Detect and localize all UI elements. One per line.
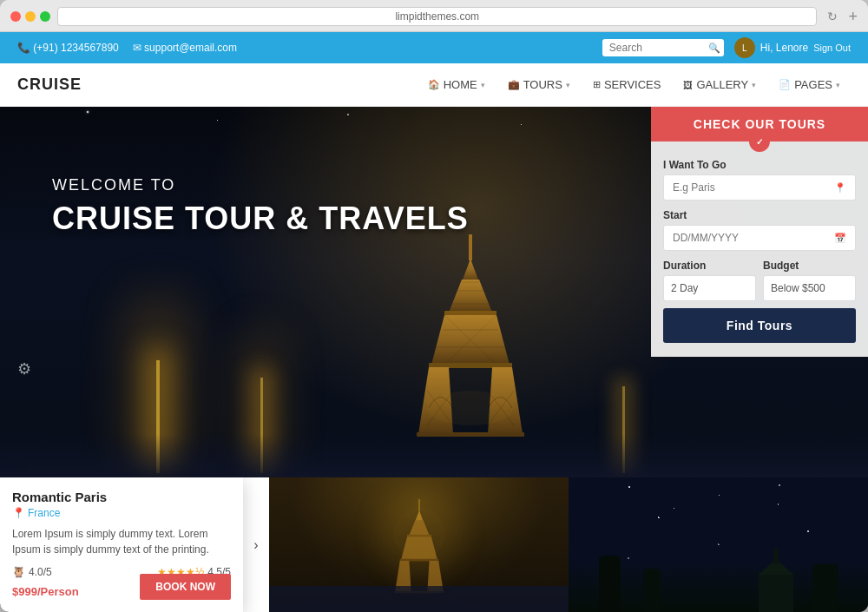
start-date-input[interactable] bbox=[673, 232, 829, 244]
top-bar: 📞 (+91) 1234567890 ✉ support@email.com 🔍… bbox=[0, 32, 868, 63]
book-now-button[interactable]: BOOK NOW bbox=[140, 574, 231, 600]
bottom-strip: Romantic Paris 📍 France Lorem Ipsum is s… bbox=[0, 477, 868, 612]
top-bar-left: 📞 (+91) 1234567890 ✉ support@email.com bbox=[17, 42, 237, 54]
hero-section: ⚙ WELCOME TO CRUISE TOUR & TRAVELS CHECK… bbox=[0, 107, 868, 612]
duration-group: Duration 2 Day 3 Day 5 Day 7 Day bbox=[663, 260, 756, 301]
grid-icon: ⊞ bbox=[593, 79, 601, 90]
chimney bbox=[773, 549, 779, 564]
check-icon: ✓ bbox=[749, 131, 770, 152]
website: 📞 (+91) 1234567890 ✉ support@email.com 🔍… bbox=[0, 32, 868, 612]
home-icon: 🏠 bbox=[428, 79, 440, 90]
image-icon: 🖼 bbox=[683, 80, 693, 90]
nav-item-pages[interactable]: 📄 PAGES ▾ bbox=[768, 65, 851, 104]
tour-panel: CHECK OUR TOURS ✓ I Want To Go 📍 St bbox=[651, 107, 868, 357]
start-input-wrapper[interactable]: 📅 bbox=[663, 225, 856, 251]
panel-body: I Want To Go 📍 Start 📅 bbox=[651, 141, 868, 357]
budget-select[interactable]: Below $500 $500-$1000 $1000-$2000 $2000+ bbox=[763, 275, 856, 301]
rating-left-value: 4.0/5 bbox=[29, 566, 52, 578]
user-info: L Hi, Lenore Sign Out bbox=[734, 37, 851, 58]
nav-label-pages: PAGES bbox=[794, 78, 832, 91]
nav-item-services[interactable]: ⊞ SERVICES bbox=[582, 65, 672, 104]
thumb-ground bbox=[269, 586, 569, 612]
duration-budget-row: Duration 2 Day 3 Day 5 Day 7 Day Budget bbox=[663, 260, 856, 301]
maximize-button[interactable] bbox=[40, 11, 50, 22]
url-bar[interactable]: limpidthemes.com bbox=[57, 7, 817, 26]
destination-label: I Want To Go bbox=[663, 159, 856, 171]
close-button[interactable] bbox=[10, 11, 21, 22]
minimize-button[interactable] bbox=[25, 11, 36, 22]
card-title: Romantic Paris bbox=[12, 490, 231, 504]
settings-icon[interactable]: ⚙ bbox=[17, 359, 31, 378]
chevron-down-icon: ▾ bbox=[481, 81, 485, 89]
nav-label-home: HOME bbox=[444, 78, 477, 91]
duration-label: Duration bbox=[663, 260, 756, 272]
top-bar-right: 🔍 L Hi, Lenore Sign Out bbox=[602, 37, 851, 58]
tree-2 bbox=[643, 569, 661, 612]
hero-title: CRUISE TOUR & TRAVELS bbox=[52, 201, 616, 236]
calendar-icon: 📅 bbox=[834, 233, 846, 244]
destination-input[interactable] bbox=[673, 181, 829, 194]
start-label: Start bbox=[663, 209, 856, 221]
budget-label: Budget bbox=[763, 260, 856, 272]
next-slide-button[interactable]: › bbox=[243, 477, 269, 612]
thumb-star-4 bbox=[674, 508, 674, 509]
location-pin-icon: 📍 bbox=[12, 507, 25, 519]
panel-title: CHECK OUR TOURS bbox=[694, 117, 825, 131]
nav-item-gallery[interactable]: 🖼 GALLERY ▾ bbox=[673, 65, 766, 104]
tower-glow bbox=[393, 508, 445, 560]
location-icon: 📍 bbox=[834, 182, 846, 194]
thumb-star-2 bbox=[719, 495, 720, 496]
reload-icon[interactable]: ↻ bbox=[827, 10, 838, 23]
destination-input-wrapper[interactable]: 📍 bbox=[663, 174, 856, 201]
rating-left: 🦉 4.0/5 bbox=[12, 566, 52, 578]
traffic-lights bbox=[10, 11, 50, 22]
chevron-down-icon-gallery: ▾ bbox=[752, 81, 756, 89]
browser-window: limpidthemes.com ↻ + 📞 (+91) 1234567890 … bbox=[0, 0, 868, 612]
browser-chrome: limpidthemes.com ↻ + bbox=[0, 0, 868, 32]
card-location: 📍 France bbox=[12, 507, 231, 519]
new-tab-icon[interactable]: + bbox=[848, 8, 858, 26]
card-description: Lorem Ipsum is simply dummy text. Lorem … bbox=[12, 526, 231, 557]
thumbnail-eiffel[interactable] bbox=[269, 477, 569, 612]
briefcase-icon: 💼 bbox=[508, 79, 520, 90]
budget-group: Budget Below $500 $500-$1000 $1000-$2000… bbox=[763, 260, 856, 301]
search-bar[interactable]: 🔍 bbox=[602, 39, 724, 56]
chevron-down-icon-tours: ▾ bbox=[566, 81, 570, 89]
nav-item-tours[interactable]: 💼 TOURS ▾ bbox=[497, 65, 581, 104]
email-address: ✉ support@email.com bbox=[133, 42, 237, 54]
start-group: Start 📅 bbox=[663, 209, 856, 251]
brand-logo[interactable]: CRUISE bbox=[17, 76, 82, 94]
thumb-star-3 bbox=[779, 484, 780, 486]
nav-label-tours: TOURS bbox=[523, 78, 562, 91]
nav-links: 🏠 HOME ▾ 💼 TOURS ▾ ⊞ SERVICES 🖼 GALLERY … bbox=[418, 65, 851, 104]
panel-header: CHECK OUR TOURS ✓ bbox=[651, 107, 868, 141]
nav-label-gallery: GALLERY bbox=[696, 78, 748, 91]
sign-out-link[interactable]: Sign Out bbox=[813, 43, 851, 53]
building-1 bbox=[759, 573, 793, 612]
avatar: L bbox=[734, 37, 755, 58]
navigation: CRUISE 🏠 HOME ▾ 💼 TOURS ▾ ⊞ SERVICES � bbox=[0, 63, 868, 107]
search-input[interactable] bbox=[609, 42, 705, 54]
tree-3 bbox=[812, 564, 838, 612]
file-icon: 📄 bbox=[779, 79, 791, 90]
nav-label-services: SERVICES bbox=[604, 78, 661, 91]
find-tours-button[interactable]: Find Tours bbox=[663, 308, 856, 343]
duration-select[interactable]: 2 Day 3 Day 5 Day 7 Day bbox=[663, 275, 756, 301]
tree-1 bbox=[599, 556, 621, 612]
thumbnail-night[interactable] bbox=[569, 477, 868, 612]
hero-text-area: WELCOME TO CRUISE TOUR & TRAVELS bbox=[0, 107, 651, 271]
card-location-text: France bbox=[28, 507, 60, 519]
tripadvisor-icon: 🦉 bbox=[12, 566, 25, 578]
nav-item-home[interactable]: 🏠 HOME ▾ bbox=[418, 65, 496, 104]
phone-number: 📞 (+91) 1234567890 bbox=[17, 42, 119, 54]
thumb-star-1 bbox=[628, 486, 630, 488]
chevron-down-icon-pages: ▾ bbox=[836, 81, 840, 89]
destination-group: I Want To Go 📍 bbox=[663, 159, 856, 201]
welcome-text: WELCOME TO bbox=[52, 176, 616, 194]
user-name: Hi, Lenore bbox=[760, 42, 808, 54]
tour-card: Romantic Paris 📍 France Lorem Ipsum is s… bbox=[0, 477, 243, 612]
search-icon[interactable]: 🔍 bbox=[708, 43, 720, 54]
